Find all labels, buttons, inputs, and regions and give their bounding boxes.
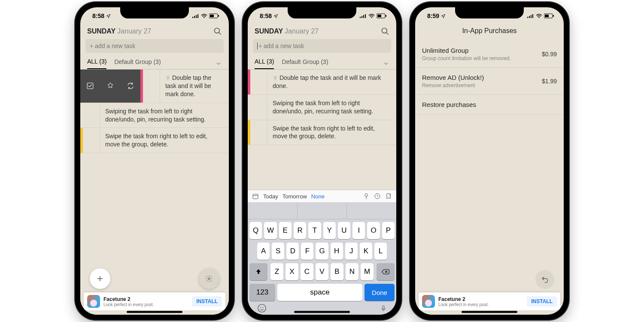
key-z[interactable]: Z [270, 263, 283, 280]
svg-rect-45 [553, 15, 554, 17]
task-row[interactable]: Swiping the task from left to right done… [248, 95, 396, 120]
pin-icon[interactable] [363, 193, 370, 200]
key-k[interactable]: K [360, 243, 372, 260]
battery-icon [544, 13, 554, 18]
predictive-bar[interactable] [248, 202, 396, 219]
done-icon[interactable] [86, 82, 94, 90]
key-b[interactable]: B [331, 263, 343, 280]
key-m[interactable]: M [361, 263, 374, 280]
key-h[interactable]: H [331, 243, 343, 260]
backspace-key[interactable] [377, 263, 395, 280]
task-body: Swiping the task from left to right done… [267, 95, 396, 120]
numeric-key[interactable]: 123 [249, 284, 275, 301]
key-p[interactable]: P [382, 222, 395, 239]
tab-all[interactable]: ALL (3) [255, 58, 274, 69]
done-key[interactable]: Done [365, 284, 395, 301]
key-t[interactable]: T [308, 222, 321, 239]
mic-icon[interactable] [380, 304, 387, 313]
date-none[interactable]: None [311, 193, 325, 200]
home-indicator[interactable] [127, 311, 182, 313]
task-row[interactable]: Double tap the task and it will be mark … [80, 70, 229, 103]
key-i[interactable]: I [352, 222, 365, 239]
task-checkbox[interactable] [250, 95, 267, 120]
svg-rect-42 [532, 14, 533, 18]
iap-item[interactable]: Unlimited Group Group count limitation w… [415, 41, 564, 68]
space-key[interactable]: space [277, 284, 362, 301]
bookmark-x-icon[interactable] [385, 193, 392, 200]
tab-all[interactable]: ALL (3) [87, 58, 106, 69]
task-checkbox[interactable] [250, 70, 267, 94]
key-q[interactable]: Q [249, 222, 262, 239]
clock: 8:58 [260, 12, 272, 19]
task-row[interactable]: Swipe the task from right to left to edi… [248, 120, 396, 146]
search-icon[interactable] [381, 27, 389, 36]
shift-key[interactable] [249, 263, 267, 280]
key-v[interactable]: V [316, 263, 328, 280]
task-row[interactable]: Swiping the task from left to right done… [80, 103, 229, 128]
task-row[interactable]: Swipe the task from right to left to edi… [80, 128, 229, 153]
ad-banner[interactable]: Facetune 2 Look perfect in every post. I… [84, 292, 225, 310]
ad-install-button[interactable]: INSTALL [527, 296, 557, 307]
key-w[interactable]: W [264, 222, 276, 239]
add-task-input[interactable]: + add a new task [253, 39, 391, 53]
key-a[interactable]: A [257, 243, 270, 260]
svg-point-14 [208, 278, 210, 280]
key-g[interactable]: G [316, 243, 328, 260]
settings-button[interactable] [199, 268, 219, 289]
wifi-icon [201, 14, 207, 18]
pin-icon[interactable] [106, 82, 114, 90]
date-today[interactable]: Today [263, 193, 278, 200]
key-u[interactable]: U [338, 222, 350, 239]
iap-item[interactable]: Remove AD (Unlock!) Remove advertisement… [415, 68, 564, 95]
key-r[interactable]: R [294, 222, 306, 239]
tab-default-group[interactable]: Default Group (3) [282, 58, 328, 69]
clock-icon[interactable] [374, 193, 381, 200]
iap-price: $1.99 [542, 78, 557, 85]
search-icon[interactable] [213, 27, 222, 36]
emoji-icon[interactable] [257, 304, 267, 313]
battery-icon [377, 13, 387, 18]
undo-button[interactable] [535, 270, 554, 289]
key-s[interactable]: S [272, 243, 284, 260]
task-row[interactable]: Double tap the task and it will be mark … [248, 70, 396, 95]
signal-icon [527, 14, 534, 18]
ad-subtitle: Look perfect in every post. [438, 302, 523, 307]
backspace-icon [382, 269, 389, 275]
add-button[interactable] [90, 268, 110, 289]
task-checkbox[interactable] [143, 70, 160, 103]
task-checkbox[interactable] [250, 120, 267, 145]
key-l[interactable]: L [374, 243, 387, 260]
key-f[interactable]: F [301, 243, 313, 260]
svg-point-28 [365, 194, 368, 197]
home-indicator[interactable] [294, 311, 350, 313]
restore-purchases[interactable]: Restore purchases [415, 95, 564, 115]
key-x[interactable]: X [286, 263, 298, 280]
chevron-down-icon[interactable] [383, 60, 389, 67]
key-e[interactable]: E [279, 222, 292, 239]
notch [455, 7, 524, 18]
key-d[interactable]: D [286, 243, 299, 260]
calendar-icon[interactable] [252, 193, 259, 200]
key-n[interactable]: N [346, 263, 358, 280]
date-tomorrow[interactable]: Tomorrow [283, 193, 307, 200]
ad-banner[interactable]: Facetune 2 Look perfect in every post. I… [419, 292, 560, 310]
pin-icon [273, 76, 278, 81]
ad-install-button[interactable]: INSTALL [192, 296, 222, 307]
key-y[interactable]: Y [323, 222, 336, 239]
chevron-down-icon[interactable] [215, 60, 222, 67]
recurring-icon[interactable] [127, 82, 134, 90]
svg-rect-21 [386, 15, 386, 17]
add-task-input[interactable]: + add a new task [85, 39, 224, 53]
svg-point-7 [215, 28, 220, 33]
key-j[interactable]: J [345, 243, 358, 260]
task-checkbox[interactable] [83, 128, 100, 153]
date-label: SUNDAYJanuary 27 [87, 27, 151, 35]
home-indicator[interactable] [462, 311, 517, 313]
key-o[interactable]: O [367, 222, 380, 239]
ad-title: Facetune 2 [438, 296, 523, 302]
key-c[interactable]: C [301, 263, 313, 280]
svg-rect-3 [197, 14, 198, 18]
task-body: Swipe the task from right to left to edi… [267, 120, 396, 145]
task-checkbox[interactable] [83, 103, 100, 128]
tab-default-group[interactable]: Default Group (3) [114, 58, 161, 69]
